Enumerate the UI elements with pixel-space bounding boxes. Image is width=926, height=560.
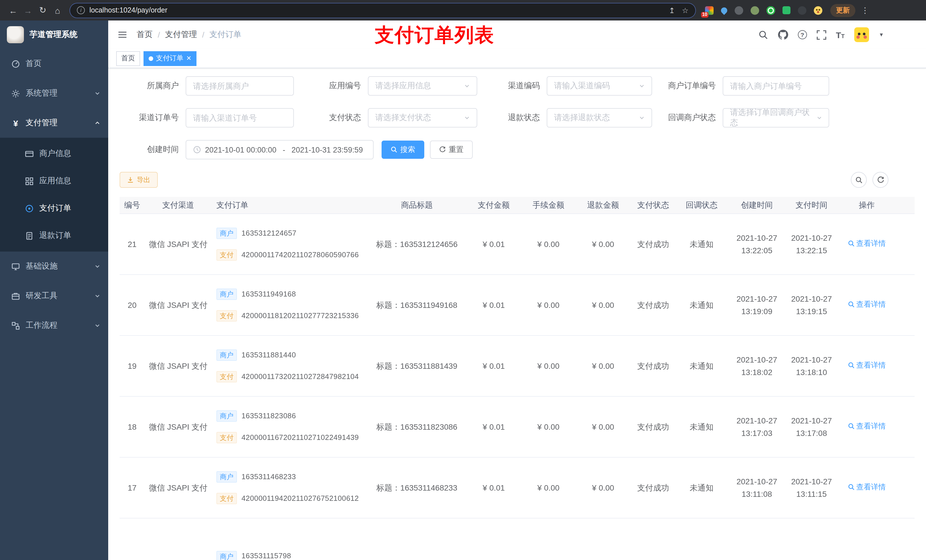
browser-toolbar: ← → ↻ ⌂ i localhost:1024/pay/order ↥ ☆ 1…: [0, 0, 926, 21]
view-detail-link[interactable]: 查看详情: [848, 238, 886, 249]
browser-menu-icon[interactable]: ⋮: [861, 6, 869, 15]
breadcrumb-payment[interactable]: 支付管理: [165, 30, 197, 40]
sidebar-item-workflow[interactable]: 工作流程: [0, 311, 108, 340]
reset-button[interactable]: 重置: [430, 140, 473, 159]
sidebar: 芋道管理系统 首页 系统管理 ¥ 支付管理: [0, 21, 108, 560]
active-dot: [149, 56, 153, 60]
cell-pay-order: 商户 1635311949168 支付 42000011812021102777…: [212, 275, 372, 335]
pay-order-no: 4200001181202110277723215336: [242, 311, 359, 321]
browser-update-button[interactable]: 更新: [830, 4, 855, 17]
merchant-order-no-input[interactable]: [723, 76, 829, 96]
cell-fee: ¥ 0.00: [526, 299, 570, 311]
back-icon[interactable]: ←: [6, 3, 21, 18]
cell-create-time: 2021-10-27 13:11:08: [732, 475, 781, 501]
extension-icon[interactable]: [750, 6, 759, 15]
avatar[interactable]: [854, 27, 869, 42]
cell-pay-order: 商户 1635311468233 支付 42000011942021102767…: [212, 457, 372, 518]
extension-icon[interactable]: [782, 6, 790, 14]
pay-tag: 支付: [216, 249, 237, 261]
extension-icon[interactable]: [798, 6, 806, 15]
cell-title: 标题：1635311949168: [372, 299, 461, 311]
app-title: 芋道管理系统: [30, 30, 77, 40]
view-detail-link[interactable]: 查看详情: [848, 299, 886, 310]
navbar-actions: ? TT ▼: [758, 27, 884, 42]
refresh-icon: [439, 146, 446, 153]
tab-home[interactable]: 首页: [116, 51, 140, 66]
range-separator: -: [280, 145, 287, 154]
pay-status-select[interactable]: 请选择支付状态: [368, 108, 477, 127]
sidebar-item-dev-tools[interactable]: 研发工具: [0, 281, 108, 311]
cell-title: 标题：1635312124656: [372, 238, 461, 250]
create-time-range-picker[interactable]: 2021-10-01 00:00:00 - 2021-10-31 23:59:5…: [186, 140, 374, 159]
fullscreen-icon[interactable]: [817, 30, 826, 39]
sidebar-item-merchant-info[interactable]: 商户信息: [0, 140, 108, 167]
forward-icon[interactable]: →: [21, 3, 35, 18]
cell-fee: ¥ 0.00: [526, 360, 570, 372]
sidebar-item-refund-order[interactable]: 退款订单: [0, 222, 108, 249]
col-fee: 手续金额: [526, 200, 570, 210]
refund-status-select[interactable]: 请选择退款状态: [547, 108, 652, 127]
refresh-table-button[interactable]: [873, 172, 888, 188]
extension-icon[interactable]: [735, 6, 743, 15]
view-detail-link[interactable]: 查看详情: [848, 482, 886, 492]
search-icon: [848, 362, 855, 369]
extension-icon[interactable]: 10: [705, 6, 714, 15]
sidebar-item-app-info[interactable]: 应用信息: [0, 167, 108, 195]
search-button[interactable]: 搜索: [381, 140, 424, 159]
cell-amount: ¥ 0.01: [461, 299, 526, 311]
home-icon[interactable]: ⌂: [50, 3, 65, 18]
sidebar-item-system[interactable]: 系统管理: [0, 78, 108, 108]
channel-order-no-input[interactable]: [186, 108, 294, 127]
cell-notify: 未通知: [671, 238, 732, 250]
extension-icon[interactable]: [767, 6, 775, 15]
sidebar-item-payment[interactable]: ¥ 支付管理: [0, 108, 108, 138]
search-icon[interactable]: [758, 30, 768, 39]
merchant-order-no-field[interactable]: [730, 82, 822, 91]
title-prefix: 标题：: [376, 240, 400, 249]
share-icon[interactable]: ↥: [669, 6, 675, 15]
bookmark-star-icon[interactable]: ☆: [682, 6, 688, 15]
tab-pay-order[interactable]: 支付订单 ✕: [144, 51, 197, 66]
cell-pay-order: 商户 1635311881440 支付 42000011732021102728…: [212, 336, 372, 396]
chevron-down-icon: [464, 115, 470, 121]
view-detail-link[interactable]: 查看详情: [848, 360, 886, 371]
col-amount: 支付金额: [461, 200, 526, 210]
sidebar-toggle-icon[interactable]: [117, 30, 127, 40]
merchant-input[interactable]: [186, 76, 294, 96]
close-icon[interactable]: ✕: [186, 55, 191, 62]
view-detail-link[interactable]: 查看详情: [848, 421, 886, 432]
extension-icon[interactable]: [814, 6, 822, 15]
extension-icon[interactable]: [720, 6, 728, 15]
chevron-down-icon: [95, 91, 100, 96]
font-size-icon[interactable]: TT: [836, 30, 845, 39]
table-row: 18 微信 JSAPI 支付 商户 1635311823086 支付 42000…: [120, 397, 915, 457]
sidebar-item-infrastructure[interactable]: 基础设施: [0, 252, 108, 281]
title-prefix: 标题：: [377, 422, 400, 432]
app-select[interactable]: 请选择应用信息: [368, 76, 477, 96]
site-info-icon[interactable]: i: [77, 6, 85, 14]
channel-code-select[interactable]: 请输入渠道编码: [547, 76, 652, 96]
search-icon: [848, 301, 855, 308]
reload-icon[interactable]: ↻: [35, 3, 50, 18]
cell-fee: ¥ 0.00: [526, 482, 570, 494]
search-icon: [855, 176, 862, 184]
toggle-search-button[interactable]: [851, 172, 867, 188]
sidebar-item-home[interactable]: 首页: [0, 49, 108, 78]
avatar-caret-icon[interactable]: ▼: [879, 32, 884, 38]
export-button[interactable]: 导出: [120, 172, 158, 188]
cell-channel: 微信 JSAPI 支付: [145, 360, 212, 372]
app-logo-row: 芋道管理系统: [0, 21, 108, 49]
address-bar[interactable]: i localhost:1024/pay/order ↥ ☆: [70, 3, 696, 18]
toolbox-icon: [11, 292, 20, 300]
callback-status-select[interactable]: 请选择订单回调商户状态: [723, 108, 829, 127]
cell-create-time: 2021-10-27 13:19:09: [732, 292, 781, 318]
merchant-input-field[interactable]: [193, 82, 286, 91]
col-actions: 操作: [842, 200, 892, 210]
create-time-label: 创建时间: [120, 145, 186, 155]
breadcrumb-home[interactable]: 首页: [137, 30, 153, 40]
help-icon[interactable]: ?: [798, 30, 807, 39]
github-icon[interactable]: [778, 30, 788, 40]
channel-order-no-field[interactable]: [193, 113, 286, 122]
cell-notify: 未通知: [671, 421, 732, 433]
sidebar-item-pay-order[interactable]: 支付订单: [0, 195, 108, 222]
